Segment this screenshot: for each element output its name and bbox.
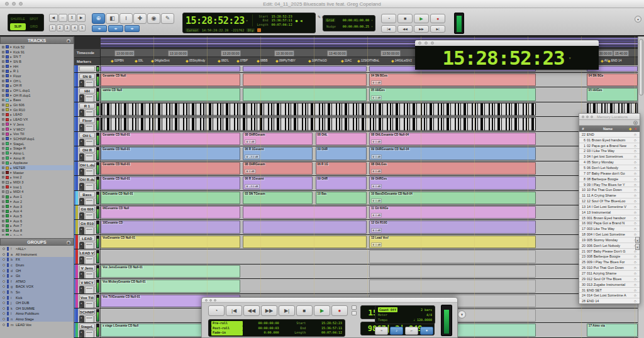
- grid-label[interactable]: Grid: [325, 18, 335, 22]
- marker-diamond-icon[interactable]: ◆: [357, 58, 360, 63]
- memory-location-marker-icon[interactable]: ◇: [634, 266, 640, 270]
- audio-clip[interactable]: Gesamte CD Null-01: [101, 147, 240, 160]
- track-header-OH R.dup1[interactable]: OH R.dup1● I S Mwaveread: [74, 176, 101, 190]
- sidebar-track-applause[interactable]: ▶Applause: [0, 161, 74, 166]
- memory-locations-titlebar[interactable]: Memory Locations: [579, 114, 640, 120]
- record-solo-mute-buttons[interactable]: ● I S M: [79, 153, 84, 160]
- waveform-view-button[interactable]: wave: [85, 212, 93, 219]
- toolbar-transport-2[interactable]: ▶: [414, 14, 429, 23]
- postroll-value[interactable]: 00:00:00:03: [247, 326, 279, 331]
- zoom-arrow-button-3[interactable]: ▶: [77, 14, 86, 22]
- close-icon[interactable]: [205, 299, 208, 302]
- audio-clip[interactable]: 10 BassDiGesamte CD Null-04⊕ 0 dB: [369, 192, 536, 204]
- sidebar-track-aux-8[interactable]: ▶Aux 8: [0, 228, 74, 233]
- pre-post-roll-display[interactable]: Pre-roll 00:00:00:00 Start 15:28:52:23 P…: [208, 319, 345, 337]
- memory-location-row[interactable]: 29012 Soul Of The Blues◇: [579, 276, 640, 282]
- group-enable-icon[interactable]: [3, 312, 5, 315]
- record-solo-mute-buttons[interactable]: ● I S M: [79, 94, 84, 101]
- toolbar-collapse-button[interactable]: ▾: [635, 16, 641, 23]
- minimize-icon[interactable]: [425, 41, 428, 45]
- waveform-view-button[interactable]: wave: [85, 109, 93, 116]
- transport-window[interactable]: ◔|◀◀◀▶▶▶|■▶● Pre-roll 00:00:00:00 Start …: [201, 297, 458, 338]
- track-show-icon[interactable]: [2, 80, 4, 82]
- audio-clip[interactable]: 06Gesamte CD Null: [101, 206, 240, 219]
- memory-location-marker-icon[interactable]: ◇: [634, 277, 640, 281]
- group-enable-icon[interactable]: [3, 318, 5, 320]
- fadein-label[interactable]: Fade-in: [211, 330, 243, 335]
- marker-diamond-icon[interactable]: ◆: [186, 58, 189, 63]
- track-show-icon[interactable]: [2, 99, 4, 101]
- marker-09iplythbly[interactable]: ◆09IPlyThBlY: [275, 58, 296, 63]
- audio-clip[interactable]: 08 OHLGes⊕ 0 dB: [369, 162, 536, 175]
- marker-02pbn[interactable]: ◆02PBN: [111, 58, 124, 63]
- sidebar-track-midi-4[interactable]: ▶MIDI 4: [0, 190, 74, 195]
- lane-clip-area[interactable]: [101, 117, 638, 131]
- nudge-label[interactable]: Nudge: [325, 25, 337, 28]
- transport-collapse-button[interactable]: ▾: [458, 310, 466, 319]
- groups-panel-header[interactable]: GROUPS ◉: [0, 238, 74, 246]
- record-solo-mute-buttons[interactable]: ● I S M: [79, 271, 84, 278]
- audio-clip[interactable]: 08 OHRGesam⊕ 0 dB: [243, 162, 313, 175]
- track-show-icon[interactable]: [2, 123, 4, 126]
- toolbar-skip-2[interactable]: ▶▶: [414, 25, 429, 33]
- memory-location-marker-icon[interactable]: ◇: [634, 149, 640, 153]
- group-enable-icon[interactable]: [3, 248, 5, 250]
- track-name-button[interactable]: V Jens: [79, 265, 95, 271]
- track-header-top[interactable]: [74, 65, 101, 72]
- link-track-button[interactable]: ◂▸: [125, 25, 140, 32]
- memory-location-row[interactable]: 18004 I Get Lost Sometime◇: [579, 232, 640, 237]
- audio-clip[interactable]: 04 SN BGes⊕ 0 dB: [369, 74, 536, 86]
- big-counter-caret-icon[interactable]: ▾: [569, 55, 572, 61]
- track-header-Bass[interactable]: Bass● I S Mwaveread: [74, 191, 101, 205]
- record-solo-mute-buttons[interactable]: ● I S M: [79, 212, 84, 219]
- audio-clip[interactable]: 06 R 1Gesamt⊕ +3.0 dB: [243, 177, 313, 189]
- memory-location-row[interactable]: 22END◇: [579, 132, 640, 138]
- toolbar-skip-3[interactable]: ▶|: [430, 25, 445, 33]
- waveform-view-button[interactable]: wave: [85, 168, 93, 175]
- audio-clip[interactable]: [369, 280, 536, 292]
- lane-clip-area[interactable]: Gesamte CD Null-0106 R 1Gesamt⊕ +3.0 dB0…: [101, 146, 638, 160]
- lane-clip-area[interactable]: samte CD Null05 HHGes⊕ 0 dB05 HHGes: [101, 87, 638, 101]
- maximize-icon[interactable]: [431, 41, 434, 45]
- track-show-icon[interactable]: [2, 75, 4, 77]
- track-show-icon[interactable]: [2, 133, 4, 135]
- audio-clip[interactable]: [243, 206, 366, 219]
- toolbar-transport-3[interactable]: ●: [430, 14, 445, 23]
- audio-clip[interactable]: 12 Git R10G⊕ 0 dB: [369, 221, 536, 233]
- track-name-button[interactable]: Floor: [79, 117, 95, 123]
- sidebar-track-vox-till[interactable]: ▶Vox Till: [0, 131, 74, 136]
- track-show-icon[interactable]: [2, 152, 4, 155]
- memory-location-marker-icon[interactable]: ◇: [634, 194, 640, 197]
- track-name-button[interactable]: V MICY: [79, 280, 95, 285]
- name-column-header[interactable]: Name: [587, 127, 629, 131]
- track-show-icon[interactable]: [2, 55, 4, 58]
- maximize-icon[interactable]: [591, 116, 593, 118]
- record-solo-mute-buttons[interactable]: ● I S M: [79, 227, 84, 234]
- track-header-V Jens[interactable]: V Jens● I S Mwaveread: [74, 264, 101, 278]
- automation-read-button[interactable]: read: [94, 94, 96, 101]
- lane-clip-area[interactable]: [101, 102, 638, 116]
- audio-clip[interactable]: [243, 74, 366, 86]
- automation-read-button[interactable]: read: [94, 330, 96, 337]
- sidebar-track-aux-7[interactable]: ▶Aux 7: [0, 223, 74, 228]
- track-show-icon[interactable]: [2, 89, 4, 92]
- track-show-icon[interactable]: [2, 60, 4, 63]
- lane-clip-area[interactable]: Gesamte CD Null-0106 R 1Gesamt⊕ +3.0 dB0…: [101, 176, 638, 190]
- memory-location-marker-icon[interactable]: ◇: [634, 160, 640, 164]
- grid-caret-icon[interactable]: ▾: [371, 18, 373, 22]
- memory-location-marker-icon[interactable]: ◇: [634, 188, 640, 192]
- fast-forward-button[interactable]: ▶▶: [261, 305, 277, 316]
- audio-clip[interactable]: Vox MickeyGesamte CD Null-01: [101, 280, 240, 292]
- sidebar-track-hh[interactable]: ▶HH: [0, 64, 74, 69]
- audio-clip[interactable]: [243, 236, 366, 248]
- audio-clip[interactable]: VoxGesamte CD Null-01: [101, 236, 240, 248]
- track-header-OH L[interactable]: OH L● I S Mwaveread: [74, 132, 101, 146]
- group-atmo-stage[interactable]: nAtmo Stage: [0, 317, 74, 322]
- record-solo-mute-buttons[interactable]: ● I S M: [79, 80, 84, 87]
- track-show-icon[interactable]: [2, 234, 4, 236]
- sidebar-track-oh-r[interactable]: ▶OH R: [0, 84, 74, 89]
- close-icon[interactable]: [582, 116, 584, 118]
- track-show-icon[interactable]: [2, 229, 4, 232]
- marker-av[interactable]: ◆AV: [601, 58, 608, 63]
- track-header-R 1[interactable]: R 1● I S Mwaveread: [74, 102, 101, 116]
